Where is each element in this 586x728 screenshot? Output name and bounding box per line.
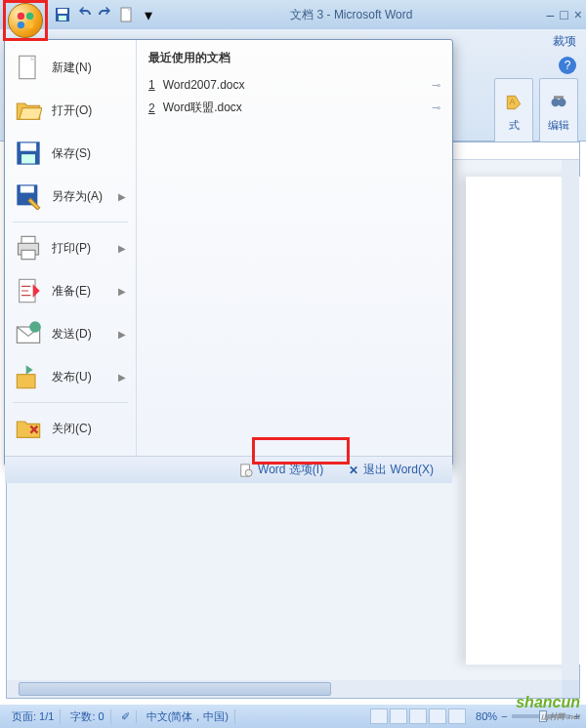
menu-item-close[interactable]: 关闭(C) <box>5 407 136 450</box>
status-page[interactable]: 页面: 1/1 <box>6 709 61 724</box>
options-icon <box>239 464 253 477</box>
window-controls: – □ × <box>547 7 582 22</box>
undo-icon[interactable] <box>76 7 92 22</box>
watermark-shancun: shancun 山村网 .net <box>516 694 580 722</box>
view-fullscreen[interactable] <box>390 708 407 724</box>
recent-item[interactable]: 1 Word2007.docx ⊸ <box>148 74 440 96</box>
pin-icon[interactable]: ⊸ <box>432 79 440 92</box>
office-menu: 新建(N) 打开(O) 保存(S) 另存为(A) ▶ 打印(P) ▶ <box>4 39 453 466</box>
publish-icon <box>15 363 42 390</box>
prepare-icon <box>15 277 42 304</box>
svg-rect-11 <box>554 96 564 99</box>
open-icon <box>15 97 42 124</box>
svg-point-1 <box>26 13 33 20</box>
status-lang[interactable]: 中文(简体，中国) <box>141 709 235 724</box>
svg-rect-5 <box>58 9 67 14</box>
menu-left-panel: 新建(N) 打开(O) 保存(S) 另存为(A) ▶ 打印(P) ▶ <box>5 40 137 456</box>
maximize-button[interactable]: □ <box>560 7 567 22</box>
view-print-layout[interactable] <box>370 708 388 724</box>
svg-point-0 <box>18 13 24 20</box>
view-buttons <box>370 708 466 724</box>
chevron-right-icon: ▶ <box>118 329 126 340</box>
menu-item-new[interactable]: 新建(N) <box>5 46 136 89</box>
statusbar: 页面: 1/1 字数: 0 ✐ 中文(简体，中国) 80% − + <box>0 705 586 728</box>
view-web[interactable] <box>409 708 427 724</box>
ribbon-group-style[interactable]: A 式 <box>494 78 533 146</box>
minimize-button[interactable]: – <box>547 7 555 22</box>
chevron-right-icon: ▶ <box>118 191 126 202</box>
svg-rect-19 <box>21 236 35 243</box>
close-button[interactable]: × <box>574 7 582 22</box>
svg-point-3 <box>26 21 33 28</box>
close-doc-icon <box>15 415 42 442</box>
menu-item-save[interactable]: 保存(S) <box>5 132 136 175</box>
menu-right-panel: 最近使用的文档 1 Word2007.docx ⊸ 2 Word联盟.docx … <box>137 40 452 456</box>
qat-dropdown-icon[interactable]: ▾ <box>141 7 156 22</box>
svg-point-10 <box>558 98 565 105</box>
svg-rect-6 <box>59 16 66 20</box>
chevron-right-icon: ▶ <box>118 372 126 383</box>
print-icon <box>15 234 42 262</box>
new-icon <box>15 54 42 81</box>
view-draft[interactable] <box>448 708 466 724</box>
svg-rect-15 <box>21 154 35 163</box>
menu-item-print[interactable]: 打印(P) ▶ <box>5 226 136 269</box>
close-icon: ✕ <box>349 464 358 477</box>
svg-text:A: A <box>510 96 516 105</box>
svg-point-23 <box>29 321 41 333</box>
style-icon: A <box>504 93 523 112</box>
svg-point-26 <box>245 469 252 476</box>
svg-rect-17 <box>21 186 34 193</box>
status-lang-icon[interactable]: ✐ <box>115 710 137 723</box>
word-options-button[interactable]: Word 选项(I) <box>230 457 332 483</box>
save-icon[interactable] <box>55 7 70 22</box>
office-button[interactable] <box>8 3 43 38</box>
new-doc-icon[interactable] <box>119 7 135 22</box>
chevron-right-icon: ▶ <box>118 286 126 297</box>
svg-rect-20 <box>21 250 35 259</box>
ribbon-tab-partial[interactable]: 裁项 <box>553 33 576 50</box>
ribbon-group-edit[interactable]: 编辑 <box>539 78 578 146</box>
separator <box>13 402 128 403</box>
saveas-icon <box>15 182 42 210</box>
svg-point-2 <box>18 21 24 28</box>
separator <box>13 222 128 222</box>
menu-footer: Word 选项(I) ✕ 退出 Word(X) <box>5 456 452 483</box>
save-disk-icon <box>15 140 42 167</box>
window-title: 文档 3 - Microsoft Word <box>156 7 547 23</box>
scrollbar-vertical[interactable] <box>562 160 579 680</box>
send-icon <box>15 320 42 347</box>
menu-item-saveas[interactable]: 另存为(A) ▶ <box>5 175 136 218</box>
scrollbar-horizontal[interactable] <box>7 680 562 698</box>
scroll-thumb[interactable] <box>19 682 331 696</box>
menu-item-open[interactable]: 打开(O) <box>5 89 136 132</box>
binoculars-icon <box>549 93 568 112</box>
menu-item-publish[interactable]: 发布(U) ▶ <box>5 355 136 398</box>
help-icon[interactable]: ? <box>559 57 576 74</box>
titlebar: ▾ 文档 3 - Microsoft Word – □ × <box>0 0 586 29</box>
office-logo-icon <box>15 10 36 31</box>
recent-item[interactable]: 2 Word联盟.docx ⊸ <box>148 96 440 120</box>
exit-word-button[interactable]: ✕ 退出 Word(X) <box>340 457 442 483</box>
svg-rect-24 <box>17 375 35 388</box>
menu-item-prepare[interactable]: 准备(E) ▶ <box>5 269 136 312</box>
menu-item-send[interactable]: 发送(D) ▶ <box>5 312 136 355</box>
recent-header: 最近使用的文档 <box>148 50 440 66</box>
quick-access-toolbar: ▾ <box>55 7 156 22</box>
chevron-right-icon: ▶ <box>118 243 126 254</box>
pin-icon[interactable]: ⊸ <box>432 101 440 114</box>
zoom-level[interactable]: 80% <box>476 710 497 722</box>
svg-rect-14 <box>21 143 36 151</box>
redo-icon[interactable] <box>98 7 113 22</box>
view-outline[interactable] <box>429 708 446 724</box>
zoom-out-button[interactable]: − <box>501 710 507 722</box>
status-words[interactable]: 字数: 0 <box>64 709 110 724</box>
